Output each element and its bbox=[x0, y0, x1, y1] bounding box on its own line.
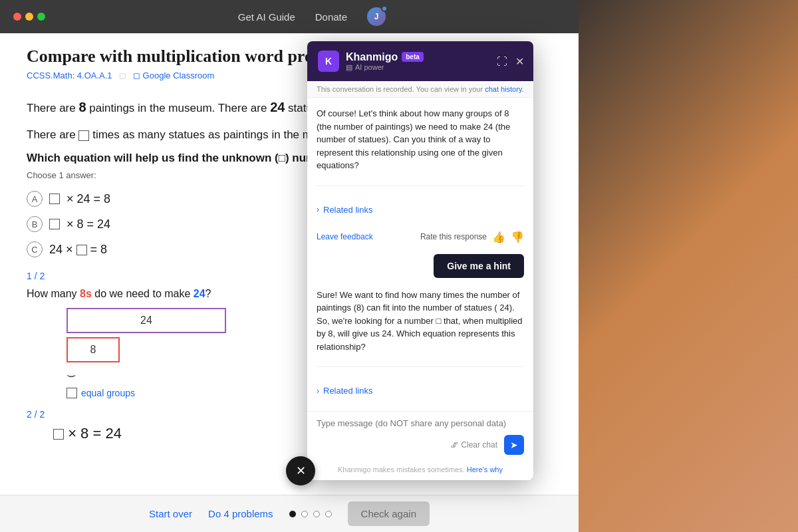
close-fab-icon: ✕ bbox=[296, 464, 306, 478]
heres-why-link[interactable]: Here’s why bbox=[467, 466, 503, 473]
diagram-top-value: 24 bbox=[140, 315, 152, 327]
final-eq-box bbox=[53, 429, 64, 440]
user-badge bbox=[381, 5, 388, 12]
header-title-group: Khanmigo beta ▤ AI power bbox=[346, 51, 424, 72]
check-again-button[interactable]: Check again bbox=[348, 501, 430, 526]
statues-number: 24 bbox=[270, 100, 285, 114]
unknown-box-inline bbox=[78, 130, 89, 141]
choice-c-box bbox=[76, 245, 87, 255]
send-button[interactable]: ➤ bbox=[504, 435, 524, 455]
choice-b-box bbox=[49, 219, 60, 229]
equal-groups-box bbox=[66, 388, 77, 398]
khanmigo-avatar: K bbox=[318, 51, 339, 72]
related-links-1[interactable]: › Related links bbox=[317, 205, 524, 215]
browser-chrome: Get AI Guide Donate J bbox=[0, 0, 579, 33]
get-ai-guide-link[interactable]: Get AI Guide bbox=[238, 11, 295, 23]
donate-link[interactable]: Donate bbox=[315, 11, 347, 23]
expand-button[interactable]: ⛶ bbox=[495, 54, 509, 69]
paintings-number: 8 bbox=[78, 100, 86, 114]
progress-dots bbox=[289, 511, 332, 517]
feedback-row-1: Leave feedback Rate this response 👍 👎 bbox=[317, 231, 524, 243]
diagram-box-top: 24 bbox=[66, 308, 226, 333]
choice-letter-c: C bbox=[27, 241, 43, 257]
traffic-lights bbox=[13, 13, 45, 21]
choice-a-text: × 24 = 8 bbox=[66, 192, 110, 206]
choice-c-text: 24 × = 8 bbox=[49, 243, 107, 257]
dot-2 bbox=[301, 511, 308, 517]
panel-footer: Khanmigo makes mistakes sometimes. Here’… bbox=[307, 462, 533, 480]
equal-groups-label: equal groups bbox=[81, 388, 135, 398]
khanmigo-panel: K Khanmigo beta ▤ AI power ⛶ ✕ This conv… bbox=[307, 41, 533, 480]
message-2: Sure! We want to find how many times the… bbox=[317, 289, 524, 354]
user-initial: J bbox=[374, 12, 379, 21]
maximize-traffic-light[interactable] bbox=[37, 13, 45, 21]
choice-letter-b: B bbox=[27, 216, 43, 232]
choice-b-text: × 8 = 24 bbox=[66, 217, 110, 231]
close-fab-button[interactable]: ✕ bbox=[286, 456, 315, 485]
clear-chat-button[interactable]: 🖇 Clear chat bbox=[450, 440, 497, 450]
related-links-1-label: Related links bbox=[323, 205, 372, 215]
footer-text: Khanmigo makes mistakes sometimes. bbox=[338, 466, 465, 473]
thumbs-up-1-button[interactable]: 👍 bbox=[492, 231, 505, 243]
choice-a-box bbox=[49, 194, 60, 204]
rate-row-1: Rate this response 👍 👎 bbox=[420, 231, 524, 243]
final-eq-text: × 8 = 24 bbox=[68, 425, 122, 442]
diagram-bottom-value: 8 bbox=[90, 344, 96, 356]
divider-2 bbox=[317, 366, 524, 367]
ai-power-label: AI power bbox=[355, 63, 384, 71]
beta-badge: beta bbox=[402, 52, 424, 62]
khanmigo-title: Khanmigo bbox=[346, 51, 398, 63]
google-classroom-link[interactable]: ◻ Google Classroom bbox=[133, 70, 215, 80]
close-traffic-light[interactable] bbox=[13, 13, 21, 21]
choice-letter-a: A bbox=[27, 191, 43, 207]
classroom-icon: ◻ bbox=[133, 70, 140, 80]
bottom-bar: Start over Do 4 problems Check again bbox=[0, 495, 579, 532]
user-avatar[interactable]: J bbox=[367, 7, 386, 26]
browser-nav: Get AI Guide Donate J bbox=[59, 7, 565, 26]
send-icon: ➤ bbox=[510, 440, 518, 450]
ai-power: ▤ AI power bbox=[346, 63, 424, 72]
chat-actions: 🖇 Clear chat ➤ bbox=[317, 435, 524, 455]
standard-link[interactable]: CCSS.Math: 4.OA.A.1 bbox=[27, 70, 112, 80]
give-hint-button[interactable]: Give me a hint bbox=[434, 254, 524, 278]
recorded-notice: This conversation is recorded. You can v… bbox=[307, 81, 533, 98]
dot-1 bbox=[289, 511, 296, 517]
chevron-icon-1: › bbox=[317, 205, 319, 214]
message-2-text: Sure! We want to find how many times the… bbox=[317, 289, 524, 354]
classroom-label: Google Classroom bbox=[143, 70, 215, 80]
clear-chat-label: Clear chat bbox=[461, 440, 497, 450]
chat-input-area: 🖇 Clear chat ➤ bbox=[307, 411, 533, 462]
chat-messages: Of course! Let's think about how many gr… bbox=[307, 98, 533, 411]
do-problems-button[interactable]: Do 4 problems bbox=[208, 508, 273, 519]
start-over-button[interactable]: Start over bbox=[149, 508, 192, 519]
message-1: Of course! Let's think about how many gr… bbox=[317, 107, 524, 172]
panel-controls: ⛶ ✕ bbox=[495, 54, 525, 69]
diagram-box-bottom: 8 bbox=[66, 337, 120, 362]
rate-label-1: Rate this response bbox=[420, 232, 487, 241]
chevron-icon-2: › bbox=[317, 386, 319, 396]
close-panel-button[interactable]: ✕ bbox=[514, 54, 525, 69]
recorded-text: This conversation is recorded. You can v… bbox=[317, 85, 483, 93]
divider-1 bbox=[317, 186, 524, 186]
minimize-traffic-light[interactable] bbox=[25, 13, 33, 21]
chat-input[interactable] bbox=[317, 418, 524, 428]
related-links-2-label: Related links bbox=[323, 386, 372, 396]
attachment-icon: 🖇 bbox=[450, 440, 458, 450]
dot-4 bbox=[325, 511, 332, 517]
battery-icon: ▤ bbox=[346, 63, 352, 72]
leave-feedback-1-button[interactable]: Leave feedback bbox=[317, 232, 373, 241]
thumbs-down-1-button[interactable]: 👎 bbox=[511, 231, 524, 243]
chat-history-link[interactable]: chat history. bbox=[485, 85, 524, 93]
dot-3 bbox=[313, 511, 320, 517]
related-links-2[interactable]: › Related links bbox=[317, 386, 524, 396]
message-1-text: Of course! Let's think about how many gr… bbox=[317, 107, 524, 172]
panel-header: K Khanmigo beta ▤ AI power ⛶ ✕ bbox=[307, 41, 533, 81]
